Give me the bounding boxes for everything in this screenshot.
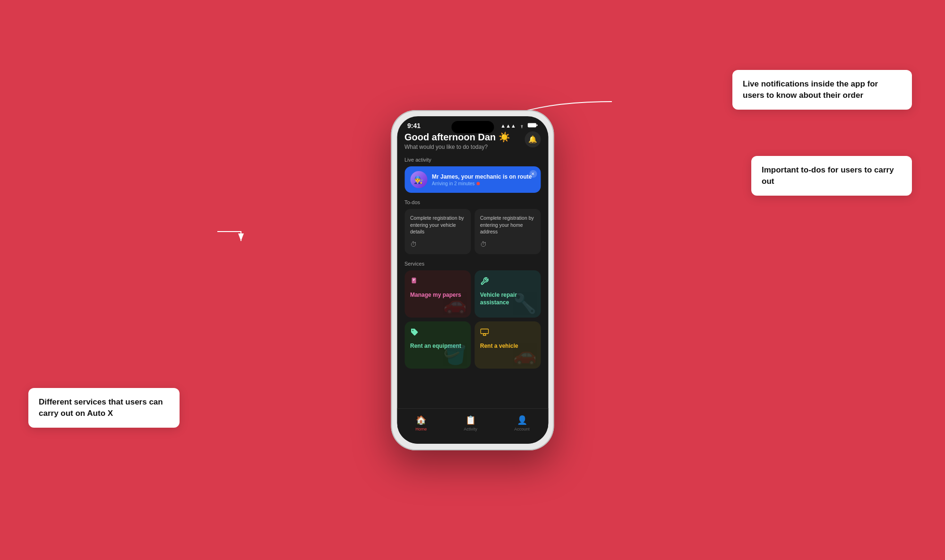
svg-point-1 xyxy=(521,127,522,128)
battery-icon xyxy=(527,122,538,129)
svg-rect-6 xyxy=(412,280,414,281)
live-activity-text: Mr James, your mechanic is on route Arri… xyxy=(432,173,535,186)
repair-icon xyxy=(480,277,535,288)
nav-activity[interactable]: 📋 Activity xyxy=(464,415,477,431)
live-activity-banner[interactable]: 👨‍🔧 Mr James, your mechanic is on route … xyxy=(404,166,541,193)
services-label: Services xyxy=(404,261,541,267)
annotation-live-notifications: Live notifications inside the app for us… xyxy=(732,70,912,110)
notification-button[interactable]: 🔔 xyxy=(524,131,541,147)
annotation-todos: Important to-dos for users to carry out xyxy=(751,156,912,196)
todo-card-vehicle[interactable]: Complete registration by entering your v… xyxy=(404,209,471,254)
live-activity-close-button[interactable]: ✕ xyxy=(529,170,537,178)
dynamic-island xyxy=(451,121,494,133)
live-activity-subtitle: Arriving in 2 minutes xyxy=(432,181,535,186)
app-header: Good afternoon Dan ☀️ What would you lik… xyxy=(404,131,541,150)
signal-icon: ▲▲▲ xyxy=(500,123,516,129)
todo-vehicle-text: Complete registration by entering your v… xyxy=(410,215,465,235)
status-time: 9:41 xyxy=(407,122,421,129)
nav-home[interactable]: 🏠 Home xyxy=(415,415,427,431)
annotation-services: Different services that users can carry … xyxy=(28,388,180,428)
live-activity-label: Live activity xyxy=(404,157,541,163)
annotation-live-notifications-text: Live notifications inside the app for us… xyxy=(743,79,878,100)
phone-screen: 9:41 ▲▲▲ xyxy=(397,116,548,444)
bell-icon: 🔔 xyxy=(528,135,537,144)
live-subtitle-text: Arriving in 2 minutes xyxy=(432,181,475,186)
svg-rect-5 xyxy=(412,279,415,280)
repair-bg-icon: 🔧 xyxy=(513,293,537,315)
home-label: Home xyxy=(415,427,427,431)
nav-account[interactable]: 👤 Account xyxy=(514,415,530,431)
service-card-repair[interactable]: Vehicle repair assistance 🔧 xyxy=(474,270,541,318)
todo-address-icon: ⏱ xyxy=(480,241,487,248)
account-label: Account xyxy=(514,427,530,431)
todo-address-text: Complete registration by entering your h… xyxy=(480,215,535,235)
todo-card-address[interactable]: Complete registration by entering your h… xyxy=(474,209,541,254)
svg-rect-3 xyxy=(536,124,537,126)
screen-content: Good afternoon Dan ☀️ What would you lik… xyxy=(397,131,548,414)
services-grid: Manage my papers 🚗 Vehicle repair assist… xyxy=(404,270,541,369)
subtitle-text: What would you like to do today? xyxy=(404,144,510,150)
phone-shell: 9:41 ▲▲▲ xyxy=(391,110,554,450)
activity-icon: 📋 xyxy=(465,415,476,425)
live-indicator-dot xyxy=(477,182,480,185)
service-card-equipment[interactable]: Rent an equipment 🪣 xyxy=(404,321,471,369)
status-icons: ▲▲▲ xyxy=(500,122,538,129)
account-icon: 👤 xyxy=(517,415,527,425)
service-card-rent[interactable]: Rent a vehicle 🚗 xyxy=(474,321,541,369)
equipment-icon xyxy=(410,328,465,339)
activity-label: Activity xyxy=(464,427,477,431)
rent-icon xyxy=(480,328,535,339)
home-icon: 🏠 xyxy=(416,415,426,425)
mechanic-avatar: 👨‍🔧 xyxy=(410,171,427,188)
papers-bg-icon: 🚗 xyxy=(443,293,467,315)
rent-bg-icon: 🚗 xyxy=(513,344,537,366)
todos-label: To-dos xyxy=(404,199,541,205)
service-card-papers[interactable]: Manage my papers 🚗 xyxy=(404,270,471,318)
avatar-emoji: 👨‍🔧 xyxy=(414,175,423,184)
header-text-block: Good afternoon Dan ☀️ What would you lik… xyxy=(404,131,510,150)
papers-icon xyxy=(410,277,465,288)
annotation-todos-text: Important to-dos for users to carry out xyxy=(762,165,894,186)
todo-vehicle-icon: ⏱ xyxy=(410,241,417,248)
wifi-icon xyxy=(518,123,525,129)
svg-point-7 xyxy=(412,330,413,331)
svg-rect-8 xyxy=(481,329,489,334)
live-activity-title: Mr James, your mechanic is on route xyxy=(432,173,535,180)
annotation-services-text: Different services that users can carry … xyxy=(39,397,163,418)
bottom-navigation: 🏠 Home 📋 Activity 👤 Account xyxy=(397,408,548,444)
equipment-bg-icon: 🪣 xyxy=(443,344,467,366)
todos-grid: Complete registration by entering your v… xyxy=(404,209,541,254)
svg-rect-2 xyxy=(528,123,536,127)
